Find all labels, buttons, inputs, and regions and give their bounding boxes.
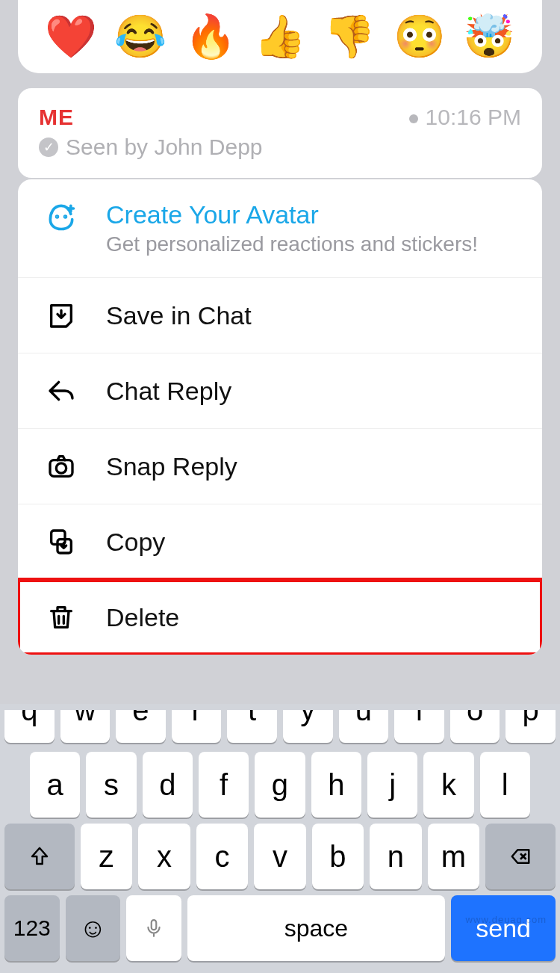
trash-icon (45, 601, 78, 634)
create-avatar-item[interactable]: Create Your Avatar Get personalized reac… (18, 179, 542, 278)
reaction-fire[interactable]: 🔥 (184, 16, 237, 58)
numbers-key[interactable]: 123 (4, 895, 60, 961)
svg-point-1 (65, 216, 66, 217)
key-x[interactable]: x (138, 824, 190, 889)
reaction-flushed[interactable]: 😳 (393, 16, 446, 58)
emoji-key[interactable]: ☺ (66, 895, 121, 961)
key-p[interactable]: p (505, 710, 556, 743)
reaction-thumbs-down[interactable]: 👎 (323, 16, 376, 58)
keyboard-row-1-partial: q w e r t y u i o p (4, 710, 556, 746)
message-time: 10:16 PM (409, 105, 521, 130)
message-card: ME 10:16 PM ✓ Seen by John Depp (18, 88, 542, 178)
key-y[interactable]: y (283, 710, 333, 743)
snap-reply-item[interactable]: Snap Reply (18, 429, 542, 504)
snap-reply-label: Snap Reply (106, 452, 237, 481)
chat-reply-item[interactable]: Chat Reply (18, 353, 542, 429)
key-h[interactable]: h (311, 752, 361, 818)
key-e[interactable]: e (116, 710, 166, 743)
key-i[interactable]: i (394, 710, 444, 743)
key-o[interactable]: o (450, 710, 500, 743)
svg-point-3 (56, 463, 66, 473)
keyboard-row-2: a s d f g h j k l (4, 752, 556, 818)
reaction-laugh[interactable]: 😂 (114, 16, 167, 58)
reply-icon (45, 374, 78, 407)
key-s[interactable]: s (86, 752, 136, 818)
copy-item[interactable]: Copy (18, 504, 542, 580)
dictation-key[interactable] (126, 895, 181, 961)
create-avatar-title: Create Your Avatar (106, 200, 478, 229)
reaction-heart[interactable]: ❤️ (45, 16, 97, 58)
message-seen-status: ✓ Seen by John Depp (39, 135, 521, 160)
copy-label: Copy (106, 528, 165, 557)
send-key[interactable]: send (451, 895, 556, 961)
key-k[interactable]: k (423, 752, 473, 818)
key-c[interactable]: c (196, 824, 248, 889)
key-a[interactable]: a (30, 752, 80, 818)
key-t[interactable]: t (227, 710, 277, 743)
watermark: www.deuaq.com (466, 914, 547, 925)
key-w[interactable]: w (60, 710, 111, 743)
key-g[interactable]: g (255, 752, 305, 818)
delete-item[interactable]: Delete (18, 580, 542, 655)
key-l[interactable]: l (480, 752, 530, 818)
save-in-chat-item[interactable]: Save in Chat (18, 278, 542, 353)
context-menu: Create Your Avatar Get personalized reac… (18, 179, 542, 655)
key-j[interactable]: j (367, 752, 417, 818)
save-icon (45, 299, 78, 332)
backspace-key[interactable] (485, 824, 556, 889)
save-label: Save in Chat (106, 301, 252, 330)
reaction-mind-blown[interactable]: 🤯 (463, 16, 515, 58)
chat-reply-label: Chat Reply (106, 377, 231, 406)
delete-label: Delete (106, 603, 179, 632)
key-r[interactable]: r (172, 710, 222, 743)
message-sender: ME (39, 105, 74, 129)
key-u[interactable]: u (339, 710, 389, 743)
shift-key[interactable] (4, 824, 75, 889)
svg-point-0 (57, 216, 58, 217)
avatar-icon (45, 200, 78, 233)
keyboard-row-4: 123 ☺ space send (4, 895, 556, 961)
key-b[interactable]: b (312, 824, 364, 889)
space-key[interactable]: space (187, 895, 446, 961)
key-m[interactable]: m (428, 824, 479, 889)
reactions-bar[interactable]: ❤️ 😂 🔥 👍 👎 😳 🤯 (18, 0, 542, 73)
key-v[interactable]: v (254, 824, 305, 889)
seen-check-icon: ✓ (39, 138, 58, 157)
key-d[interactable]: d (143, 752, 193, 818)
key-q[interactable]: q (4, 710, 55, 743)
camera-icon (45, 450, 78, 483)
create-avatar-subtitle: Get personalized reactions and stickers! (106, 232, 478, 256)
keyboard[interactable]: q w e r t y u i o p a s d f g h j k l z … (0, 704, 560, 973)
seen-text: Seen by John Depp (66, 135, 263, 160)
copy-icon (45, 525, 78, 558)
key-n[interactable]: n (370, 824, 421, 889)
key-f[interactable]: f (199, 752, 249, 818)
reaction-thumbs-up[interactable]: 👍 (254, 16, 306, 58)
svg-rect-6 (152, 920, 157, 930)
key-z[interactable]: z (81, 824, 132, 889)
keyboard-row-3: z x c v b n m (4, 824, 556, 889)
